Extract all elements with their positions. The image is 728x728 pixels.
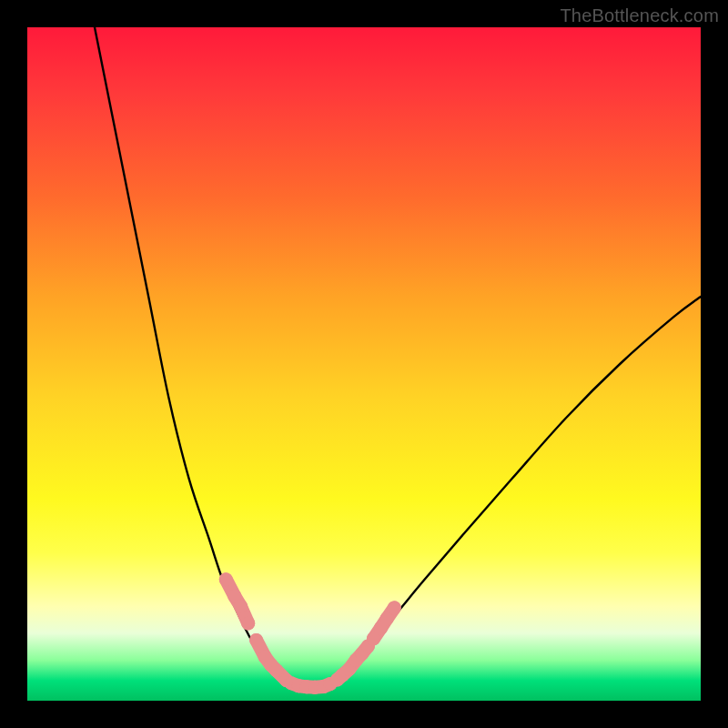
marker-dot: [269, 663, 283, 677]
marker-dot: [219, 572, 233, 586]
marker-dot: [249, 633, 263, 647]
chart-svg: [27, 27, 701, 701]
marker-dot: [241, 616, 255, 630]
chart-plot-area: [27, 27, 701, 701]
marker-dot: [234, 600, 248, 613]
curve-group: [95, 27, 701, 687]
watermark-text: TheBottleneck.com: [560, 5, 719, 26]
bottleneck-curve: [95, 27, 701, 687]
salmon-marker-group: [219, 572, 401, 693]
marker-dot: [388, 601, 401, 614]
